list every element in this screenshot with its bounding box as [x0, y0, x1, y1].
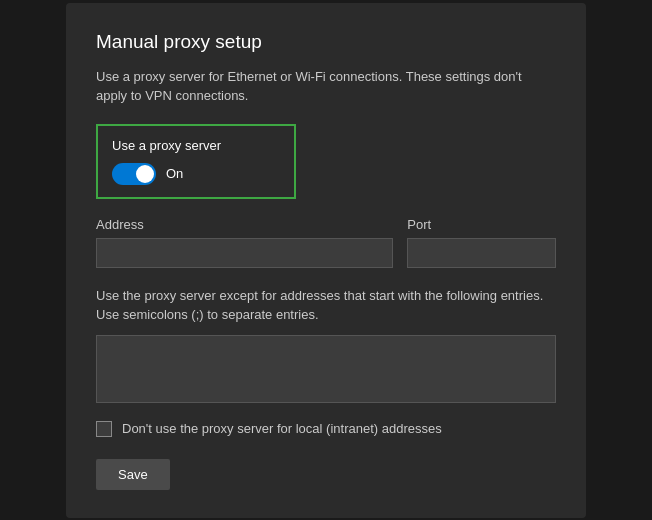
- proxy-toggle-switch[interactable]: [112, 163, 156, 185]
- toggle-state-label: On: [166, 166, 183, 181]
- address-label: Address: [96, 217, 393, 232]
- local-address-checkbox-row: Don't use the proxy server for local (in…: [96, 421, 556, 437]
- address-field-group: Address: [96, 217, 393, 268]
- toggle-row: On: [112, 163, 280, 185]
- address-input[interactable]: [96, 238, 393, 268]
- manual-proxy-dialog: Manual proxy setup Use a proxy server fo…: [66, 3, 586, 518]
- exceptions-description: Use the proxy server except for addresse…: [96, 286, 556, 325]
- port-label: Port: [407, 217, 556, 232]
- port-field-group: Port: [407, 217, 556, 268]
- local-address-checkbox-label[interactable]: Don't use the proxy server for local (in…: [122, 421, 442, 436]
- proxy-toggle-box: Use a proxy server On: [96, 124, 296, 199]
- local-address-checkbox[interactable]: [96, 421, 112, 437]
- dialog-description: Use a proxy server for Ethernet or Wi-Fi…: [96, 67, 556, 106]
- exceptions-textarea[interactable]: [96, 335, 556, 403]
- address-port-row: Address Port: [96, 217, 556, 268]
- save-button[interactable]: Save: [96, 459, 170, 490]
- port-input[interactable]: [407, 238, 556, 268]
- proxy-toggle-label: Use a proxy server: [112, 138, 280, 153]
- dialog-title: Manual proxy setup: [96, 31, 556, 53]
